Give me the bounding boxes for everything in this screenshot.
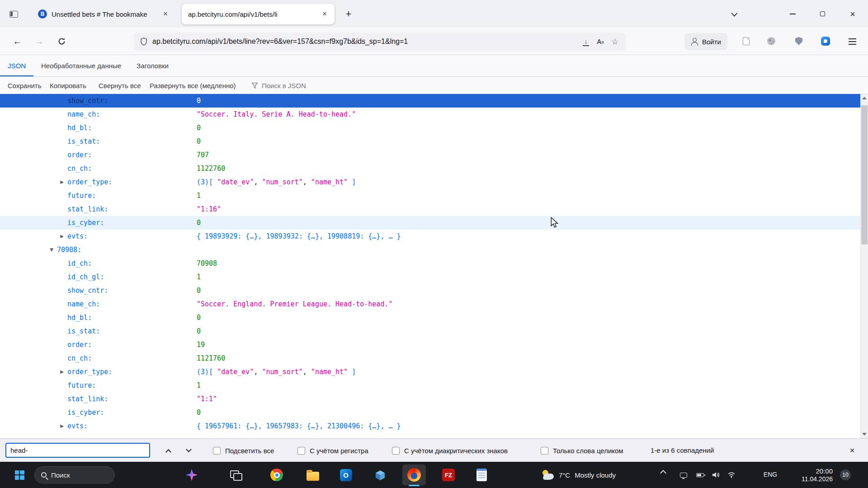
outlook-taskbar-button[interactable]: O [336, 465, 356, 485]
expand-toggle-icon[interactable]: ▶ [59, 365, 65, 379]
translate-button[interactable]: Aя [593, 34, 608, 49]
json-viewer-tabs: JSON Необработанные данные Заголовки [0, 55, 868, 77]
tab-json[interactable]: JSON [0, 55, 33, 76]
json-row[interactable]: cn_ch: 1122760 [0, 162, 860, 175]
extension-button-3[interactable] [791, 33, 807, 49]
json-row[interactable]: is_stat: 0 [0, 324, 860, 338]
bookmark-star-button[interactable]: ☆ [608, 34, 622, 49]
save-page-button[interactable]: ↓ [579, 34, 593, 49]
collapse-toggle-icon[interactable]: ▼ [48, 243, 55, 257]
cube-app-taskbar-button[interactable] [370, 465, 390, 485]
weather-widget[interactable]: 7°C Mostly cloudy [539, 466, 618, 484]
file-explorer-taskbar-button[interactable] [303, 465, 323, 485]
json-row[interactable]: hd_bl: 0 [0, 121, 860, 135]
json-row[interactable]: is_cyber: 0 [0, 406, 860, 419]
json-row[interactable]: ▶ order_type: (3)[ "date_ev", "num_sort"… [0, 175, 860, 189]
new-tab-icon: + [346, 8, 352, 20]
tab-close-icon[interactable]: × [160, 9, 171, 19]
json-row[interactable]: ▶ order_type: (3)[ "date_ev", "num_sort"… [0, 365, 860, 379]
expand-toggle-icon[interactable]: ▶ [59, 175, 65, 189]
tray-network-button[interactable] [725, 469, 738, 481]
filezilla-taskbar-button[interactable]: FZ [439, 465, 458, 485]
save-button[interactable]: Сохранить [8, 77, 42, 94]
chrome-taskbar-button[interactable] [267, 465, 287, 485]
notepad-taskbar-button[interactable] [472, 465, 491, 485]
json-row[interactable]: name_ch: "Soccer. Italy. Serie A. Head-t… [0, 108, 860, 121]
scrollbar-thumb[interactable] [861, 105, 868, 244]
scrollbar-down-button[interactable] [861, 430, 868, 438]
tray-monitor-button[interactable] [677, 469, 690, 481]
firefox-taskbar-button[interactable] [402, 465, 426, 485]
expand-toggle-icon[interactable]: ▶ [59, 230, 65, 243]
json-row[interactable]: id_ch: 70908 [0, 257, 860, 270]
json-row[interactable]: future: 1 [0, 379, 860, 392]
tab-raw-data[interactable]: Необработанные данные [33, 55, 129, 76]
extension-button-2[interactable] [764, 33, 779, 49]
tab-json-api[interactable]: ap.betcityru.com/api/v1/bets/li × [182, 4, 335, 24]
reload-button[interactable] [53, 33, 70, 50]
tab-unsettled-bets[interactable]: B Unsettled bets # The bookmake × [32, 4, 175, 24]
json-key: stat_link: [67, 202, 108, 216]
expand-toggle-icon[interactable]: ▶ [59, 419, 65, 433]
json-row[interactable]: id_ch_gl: 1 [0, 270, 860, 284]
json-row[interactable]: stat_link: "1:1" [0, 392, 860, 406]
expand-all-button[interactable]: Развернуть все (медленно) [150, 77, 236, 94]
json-row[interactable]: is_cyber: 0 [0, 216, 860, 230]
json-row[interactable]: stat_link: "1:16" [0, 202, 860, 216]
app-menu-button[interactable] [844, 34, 860, 49]
shield-extension-icon [795, 37, 802, 45]
window-close-button[interactable]: × [837, 0, 868, 28]
tray-overflow-chevron[interactable] [660, 470, 666, 476]
tray-volume-button[interactable] [710, 469, 722, 481]
account-signin-button[interactable]: Войти [684, 33, 727, 50]
collapse-all-button[interactable]: Свернуть все [99, 77, 141, 94]
highlight-all-checkbox[interactable]: Подсветить все [213, 445, 274, 456]
vertical-scrollbar[interactable] [860, 94, 868, 438]
json-row[interactable]: order: 19 [0, 338, 860, 352]
tab-close-icon[interactable]: × [319, 9, 330, 19]
extension-button-4[interactable] [818, 33, 833, 49]
json-row[interactable]: future: 1 [0, 189, 860, 202]
json-row[interactable]: is_stat: 0 [0, 135, 860, 148]
find-input[interactable] [5, 443, 150, 458]
match-case-checkbox[interactable]: С учётом регистра [297, 445, 368, 456]
match-diacritics-checkbox[interactable]: С учётом диакритических знаков [392, 445, 508, 456]
extension-button-1[interactable] [738, 33, 754, 49]
whole-words-checkbox[interactable]: Только слова целиком [541, 445, 623, 456]
scrollbar-up-button[interactable] [861, 94, 868, 102]
mouse-cursor [551, 217, 559, 229]
taskbar-search-box[interactable]: Поиск [34, 466, 115, 483]
find-previous-button[interactable] [159, 443, 177, 458]
json-row[interactable]: show_cntr: 0 [0, 284, 860, 297]
list-all-tabs-button[interactable] [725, 6, 742, 22]
find-next-button[interactable] [179, 443, 198, 458]
json-row[interactable]: show_cntr: 0 [0, 94, 860, 108]
json-row[interactable]: hd_bl: 0 [0, 311, 860, 324]
language-indicator[interactable]: ENG [762, 471, 778, 478]
back-button[interactable]: ← [9, 33, 26, 50]
start-button[interactable] [10, 465, 29, 484]
url-bar[interactable]: ap.betcityru.com/api/v1/bets/line?rev=6&… [134, 33, 626, 51]
copilot-button[interactable] [183, 466, 201, 484]
task-view-button[interactable] [225, 466, 245, 484]
json-key: evts: [67, 230, 88, 243]
json-row[interactable]: ▶ evts: { 19893929: {…}, 19893932: {…}, … [0, 230, 860, 243]
forward-button[interactable]: → [31, 33, 47, 50]
json-row[interactable]: ▶ evts: { 19657961: {…}, 19657983: {…}, … [0, 419, 860, 433]
json-row[interactable]: ▼ 70908: [0, 243, 860, 257]
taskbar-clock[interactable]: 20:00 11.04.2026 [782, 467, 833, 483]
new-tab-button[interactable]: + [340, 6, 357, 22]
json-row[interactable]: name_ch: "Soccer. England. Premier Leagu… [0, 297, 860, 311]
tray-battery-button[interactable] [693, 469, 706, 481]
notification-count-badge[interactable]: 10 [840, 469, 851, 480]
find-close-button[interactable]: × [844, 444, 860, 457]
window-minimize-button[interactable] [778, 0, 807, 28]
sidebar-toggle-button[interactable] [5, 5, 23, 23]
window-restore-button[interactable] [807, 0, 837, 28]
json-row[interactable]: cn_ch: 1121760 [0, 352, 860, 365]
tracking-protection-shield-icon[interactable] [140, 38, 147, 46]
json-search-input[interactable]: Поиск в JSON [252, 77, 306, 94]
tab-headers[interactable]: Заголовки [129, 55, 176, 76]
json-row[interactable]: order: 707 [0, 148, 860, 162]
copy-button[interactable]: Копировать [50, 77, 86, 94]
